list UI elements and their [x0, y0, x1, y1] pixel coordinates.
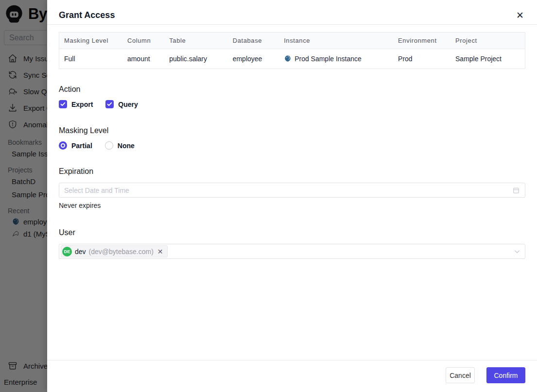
- action-options: Export Query: [59, 100, 525, 108]
- expiration-helper-text: Never expires: [59, 202, 525, 209]
- cell-database: employee: [228, 49, 279, 69]
- cell-instance: Prod Sample Instance: [279, 49, 393, 69]
- user-tag: DE dev (dev@bytebase.com) ✕: [61, 245, 168, 257]
- col-header-database: Database: [228, 33, 279, 49]
- modal-body: Masking Level Column Table Database Inst…: [47, 25, 537, 259]
- col-header-environment: Environment: [393, 33, 450, 49]
- app-window: Bytebase My Issues Sync Schema Slow Quer…: [0, 0, 537, 392]
- confirm-button[interactable]: Confirm: [486, 367, 525, 383]
- modal-header: Grant Access ✕: [47, 0, 537, 24]
- col-header-column: Column: [122, 33, 164, 49]
- query-checkbox[interactable]: Query: [105, 100, 138, 108]
- action-section-label: Action: [59, 85, 525, 94]
- col-header-instance: Instance: [279, 33, 393, 49]
- radio-unselected-icon: [105, 141, 113, 150]
- masking-level-options: Partial None: [59, 141, 525, 150]
- none-radio[interactable]: None: [105, 141, 135, 150]
- calendar-icon[interactable]: [512, 187, 520, 194]
- cell-environment: Prod: [393, 49, 450, 69]
- radio-label: None: [118, 142, 135, 150]
- radio-label: Partial: [71, 142, 92, 150]
- close-icon[interactable]: ✕: [515, 10, 525, 21]
- cancel-button[interactable]: Cancel: [446, 367, 475, 383]
- instance-name: Prod Sample Instance: [294, 55, 362, 63]
- expiration-date-picker[interactable]: [59, 183, 525, 198]
- checkbox-label: Export: [71, 101, 93, 108]
- cell-project: Sample Project: [450, 49, 525, 69]
- table-header-row: Masking Level Column Table Database Inst…: [59, 33, 525, 49]
- remove-user-icon[interactable]: ✕: [157, 248, 163, 255]
- cell-masking-level: Full: [59, 49, 122, 69]
- modal-title: Grant Access: [59, 10, 115, 20]
- radio-selected-icon: [59, 141, 67, 150]
- grant-table: Masking Level Column Table Database Inst…: [59, 32, 525, 69]
- user-email: (dev@bytebase.com): [89, 248, 154, 256]
- postgresql-icon: [284, 55, 292, 63]
- expiration-input[interactable]: [64, 187, 512, 194]
- cell-column: amount: [122, 49, 164, 69]
- col-header-masking-level: Masking Level: [59, 33, 122, 49]
- cell-table: public.salary: [164, 49, 227, 69]
- user-select[interactable]: DE dev (dev@bytebase.com) ✕: [59, 244, 525, 259]
- user-name: dev: [75, 248, 86, 256]
- chevron-down-icon[interactable]: [514, 248, 520, 255]
- checkbox-label: Query: [118, 101, 138, 108]
- checkbox-checked-icon: [105, 100, 114, 108]
- user-section-label: User: [59, 228, 525, 237]
- avatar: DE: [62, 247, 72, 256]
- col-header-project: Project: [450, 33, 525, 49]
- table-row: Full amount public.salary employee Prod …: [59, 49, 525, 69]
- expiration-section-label: Expiration: [59, 167, 525, 176]
- modal-footer: Cancel Confirm: [47, 360, 537, 392]
- export-checkbox[interactable]: Export: [59, 100, 93, 108]
- col-header-table: Table: [164, 33, 227, 49]
- masking-level-section-label: Masking Level: [59, 126, 525, 135]
- partial-radio[interactable]: Partial: [59, 141, 92, 150]
- grant-access-modal: Grant Access ✕ Masking Level Column Tabl…: [47, 0, 537, 392]
- checkbox-checked-icon: [59, 100, 67, 108]
